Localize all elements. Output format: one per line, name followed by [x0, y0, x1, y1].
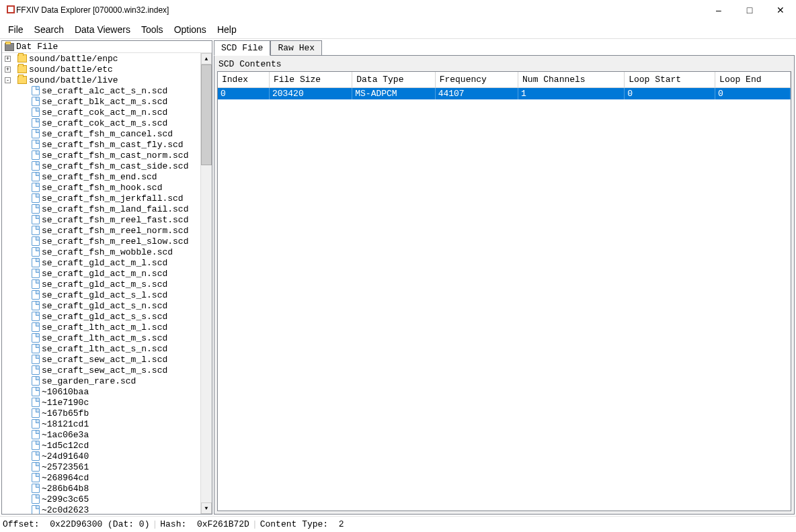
menu-item-file[interactable]: File: [3, 22, 29, 37]
menu-item-tools[interactable]: Tools: [136, 22, 169, 37]
tree-file[interactable]: ~268964cd: [2, 472, 212, 483]
folder-icon: [5, 43, 14, 51]
tab-bar: SCD FileRaw Hex: [214, 40, 795, 56]
menu-item-options[interactable]: Options: [169, 22, 212, 37]
tree-file[interactable]: se_craft_fsh_m_hook.scd: [2, 182, 212, 193]
column-header[interactable]: Index: [218, 72, 269, 88]
file-icon: [32, 247, 40, 257]
scroll-up-button[interactable]: ▲: [201, 53, 212, 64]
file-label: se_craft_gld_act_m_n.scd: [42, 269, 167, 279]
tree-file[interactable]: se_craft_fsh_m_reel_fast.scd: [2, 214, 212, 225]
expand-icon[interactable]: +: [5, 56, 11, 62]
tree-file[interactable]: se_craft_sew_act_m_s.scd: [2, 365, 212, 375]
tree-file[interactable]: se_craft_fsh_m_land_fail.scd: [2, 204, 212, 214]
column-header[interactable]: File Size: [269, 72, 352, 88]
tree-folder[interactable]: +sound/battle/etc: [2, 64, 212, 75]
expand-icon[interactable]: -: [5, 77, 11, 83]
titlebar: FFXIV Data Explorer [070000.win32.index]…: [0, 0, 796, 20]
tree-file[interactable]: se_craft_fsh_m_end.scd: [2, 171, 212, 182]
minimize-button[interactable]: –: [703, 0, 734, 20]
tree-file[interactable]: se_craft_gld_act_s_s.scd: [2, 311, 212, 322]
tree-body[interactable]: +sound/battle/enpc+sound/battle/etc-soun…: [2, 53, 212, 514]
tree-folder[interactable]: +sound/battle/enpc: [2, 53, 212, 64]
file-tree-panel: Dat File +sound/battle/enpc+sound/battle…: [1, 40, 212, 515]
column-header[interactable]: Data Type: [352, 72, 435, 88]
file-icon: [32, 301, 40, 310]
file-label: ~1d5c12cd: [42, 441, 89, 451]
file-label: se_craft_alc_act_s_n.scd: [42, 86, 167, 96]
file-icon: [32, 462, 40, 472]
tree-file[interactable]: ~286b64b8: [2, 483, 212, 494]
cell-data_type: MS-ADPCM: [352, 88, 435, 100]
column-header[interactable]: Frequency: [435, 72, 518, 88]
menu-item-help[interactable]: Help: [212, 22, 242, 37]
tree-file[interactable]: se_garden_rare.scd: [2, 375, 212, 386]
tree-file[interactable]: se_craft_fsh_m_reel_slow.scd: [2, 236, 212, 247]
table-row[interactable]: 0203420MS-ADPCM44107100: [218, 88, 791, 100]
menu-item-search[interactable]: Search: [29, 22, 69, 37]
maximize-button[interactable]: □: [734, 0, 765, 20]
file-icon: [32, 172, 40, 181]
tree-file[interactable]: ~2c0d2623: [2, 504, 212, 514]
tree-file[interactable]: ~11e7190c: [2, 397, 212, 408]
file-icon: [32, 97, 40, 106]
tree-file[interactable]: se_craft_fsh_m_reel_norm.scd: [2, 225, 212, 236]
file-icon: [32, 494, 40, 504]
tree-file[interactable]: ~25723561: [2, 461, 212, 472]
tree-file[interactable]: ~299c3c65: [2, 494, 212, 504]
column-header[interactable]: Loop End: [715, 72, 791, 88]
file-icon: [32, 365, 40, 375]
file-icon: [32, 408, 40, 418]
scroll-thumb[interactable]: [201, 64, 212, 165]
tree-file[interactable]: se_craft_fsh_m_cast_side.scd: [2, 161, 212, 171]
file-label: ~2c0d2623: [42, 505, 89, 515]
tree-header: Dat File: [2, 41, 212, 53]
tree-file[interactable]: se_craft_cok_act_m_s.scd: [2, 118, 212, 128]
file-label: ~18121cd1: [42, 419, 89, 429]
tree-file[interactable]: se_craft_gld_act_s_n.scd: [2, 300, 212, 311]
tree-file[interactable]: se_craft_gld_act_m_l.scd: [2, 257, 212, 268]
tree-folder[interactable]: -sound/battle/live: [2, 75, 212, 85]
tree-file[interactable]: se_craft_lth_act_s_n.scd: [2, 343, 212, 354]
tab-raw-hex[interactable]: Raw Hex: [270, 40, 322, 56]
app-icon: [5, 4, 16, 17]
tree-file[interactable]: ~24d91640: [2, 451, 212, 461]
tree-file[interactable]: se_craft_fsh_m_wobble.scd: [2, 247, 212, 257]
tree-file[interactable]: se_craft_fsh_m_cast_norm.scd: [2, 150, 212, 161]
file-icon: [32, 129, 40, 138]
tree-file[interactable]: se_craft_blk_act_m_s.scd: [2, 96, 212, 107]
tree-file[interactable]: ~1ac06e3a: [2, 429, 212, 440]
tree-file[interactable]: se_craft_gld_act_m_n.scd: [2, 268, 212, 279]
scd-table[interactable]: IndexFile SizeData TypeFrequencyNum Chan…: [217, 71, 791, 511]
expand-icon[interactable]: +: [5, 66, 11, 73]
close-button[interactable]: ✕: [765, 0, 796, 20]
tree-file[interactable]: se_craft_cok_act_m_n.scd: [2, 107, 212, 118]
tree-file[interactable]: se_craft_sew_act_m_l.scd: [2, 354, 212, 365]
tree-file[interactable]: se_craft_gld_act_m_s.scd: [2, 279, 212, 290]
tree-file[interactable]: se_craft_lth_act_m_l.scd: [2, 322, 212, 332]
column-header[interactable]: Loop Start: [625, 72, 715, 88]
tree-file[interactable]: ~18121cd1: [2, 418, 212, 429]
svg-rect-1: [8, 7, 13, 12]
menu-item-data-viewers[interactable]: Data Viewers: [69, 22, 136, 37]
file-label: se_craft_fsh_m_jerkfall.scd: [42, 193, 184, 204]
file-label: se_craft_fsh_m_end.scd: [42, 172, 157, 182]
tree-scrollbar[interactable]: ▲ ▼: [200, 53, 212, 514]
tree-file[interactable]: ~167b65fb: [2, 408, 212, 418]
tree-file[interactable]: ~1d5c12cd: [2, 440, 212, 451]
tree-file[interactable]: se_craft_fsh_m_jerkfall.scd: [2, 193, 212, 204]
tree-file[interactable]: se_craft_fsh_m_cancel.scd: [2, 128, 212, 139]
tree-file[interactable]: se_craft_alc_act_s_n.scd: [2, 85, 212, 96]
tab-content: SCD Contents IndexFile SizeData TypeFreq…: [214, 55, 795, 515]
file-icon: [32, 269, 40, 278]
tree-file[interactable]: se_craft_gld_act_s_l.scd: [2, 290, 212, 300]
tab-scd-file[interactable]: SCD File: [214, 40, 270, 56]
tree-file[interactable]: se_craft_lth_act_m_s.scd: [2, 332, 212, 343]
tree-file[interactable]: se_craft_fsh_m_cast_fly.scd: [2, 139, 212, 150]
tree-file[interactable]: ~10610baa: [2, 386, 212, 397]
cell-index: 0: [218, 88, 269, 100]
file-icon: [32, 441, 40, 450]
scroll-down-button[interactable]: ▼: [201, 502, 212, 514]
column-header[interactable]: Num Channels: [518, 72, 625, 88]
cell-file_size: 203420: [269, 88, 352, 100]
